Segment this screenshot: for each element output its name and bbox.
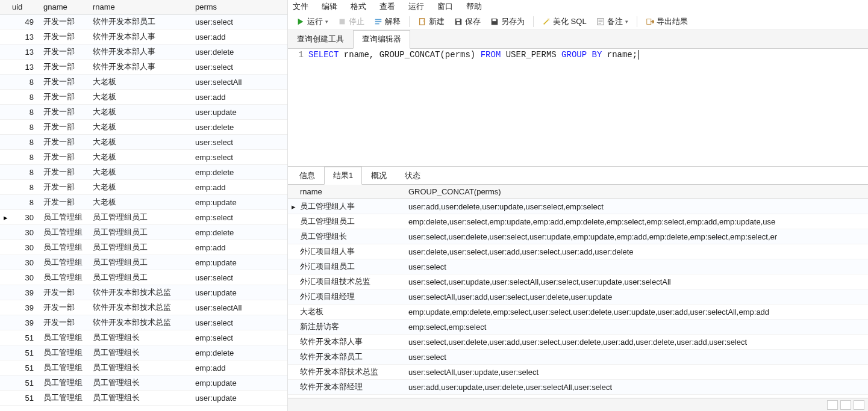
line-number: 1 [288, 50, 308, 60]
cell-rname: 外汇项目组员工 [296, 259, 405, 274]
table-row[interactable]: 30员工管理组员工管理组员工emp:add [0, 240, 287, 255]
tab-result1[interactable]: 结果1 [324, 167, 362, 185]
table-row[interactable]: 外汇项目组人事user:delete,user:select,user:add,… [288, 244, 868, 259]
table-row[interactable]: 8开发一部大老板user:selectAll [0, 75, 287, 90]
col-header-uid[interactable]: uid [8, 0, 40, 14]
row-indicator [288, 320, 296, 335]
run-button[interactable]: 运行 ▾ [293, 15, 332, 28]
table-row[interactable]: 51员工管理组员工管理组长emp:update [0, 375, 287, 391]
play-icon [296, 17, 305, 26]
table-row[interactable]: ▸30员工管理组员工管理组员工emp:select [0, 210, 287, 225]
table-row[interactable]: 8开发一部大老板user:select [0, 135, 287, 150]
tab-query-editor[interactable]: 查询编辑器 [353, 30, 410, 49]
tab-query-builder[interactable]: 查询创建工具 [288, 30, 353, 48]
cell-rname: 大老板 [89, 90, 192, 105]
table-row[interactable]: 大老板emp:update,emp:delete,emp:select,user… [288, 304, 868, 320]
cell-gname: 开发一部 [40, 90, 89, 105]
row-indicator-header [288, 185, 296, 199]
col-header-gname[interactable]: gname [40, 0, 89, 14]
cell-concat: user:select [405, 259, 868, 274]
saveas-button[interactable]: 另存为 [487, 15, 528, 28]
table-row[interactable]: 51员工管理组员工管理组长emp:add [0, 360, 287, 375]
tab-profile[interactable]: 概况 [362, 167, 396, 184]
save-button[interactable]: 保存 [451, 15, 484, 28]
cell-concat: user:delete,user:select,user:add,user:se… [405, 244, 868, 259]
form-view-icon[interactable] [840, 400, 851, 410]
menu-item[interactable]: 帮助 [466, 1, 482, 12]
table-row[interactable]: 8开发一部大老板emp:delete [0, 165, 287, 180]
svg-rect-7 [493, 19, 496, 21]
sql-editor[interactable]: 1 SELECT rname, GROUP_CONCAT(perms) FROM… [288, 49, 868, 167]
col-header-rname[interactable]: rname [89, 0, 192, 14]
table-row[interactable]: 8开发一部大老板emp:update [0, 195, 287, 210]
cell-perms: user:update [192, 105, 287, 120]
cell-gname: 开发一部 [40, 285, 89, 300]
sql-text: rname, GROUP_CONCAT(perms) [339, 50, 480, 60]
row-indicator [0, 90, 8, 105]
col-header-rname[interactable]: rname [296, 185, 405, 199]
table-row[interactable]: 13开发一部软件开发本部人事user:add [0, 29, 287, 45]
table-row[interactable]: 软件开发本部人事user:select,user:delete,user:add… [288, 335, 868, 350]
table-row[interactable]: 8开发一部大老板user:add [0, 90, 287, 105]
cell-uid: 8 [8, 120, 40, 135]
table-row[interactable]: 员工管理组长user:select,user:delete,user:selec… [288, 229, 868, 244]
table-row[interactable]: 外汇项目组技术总监user:select,user:update,user:se… [288, 274, 868, 289]
col-header-perms[interactable]: perms [192, 0, 287, 14]
table-row[interactable]: 49开发一部软件开发本部员工user:select [0, 14, 287, 29]
tab-status[interactable]: 状态 [396, 167, 429, 184]
table-row[interactable]: 员工管理组员工emp:delete,user:select,emp:update… [288, 214, 868, 229]
table-row[interactable]: 软件开发本部技术总监user:selectAll,user:update,use… [288, 365, 868, 380]
cell-gname: 员工管理组 [40, 375, 89, 391]
cell-uid: 49 [8, 14, 40, 29]
table-row[interactable]: 新注册访客emp:select,emp:select [288, 320, 868, 335]
beautify-label: 美化 SQL [553, 16, 587, 27]
memo-view-icon[interactable] [854, 400, 864, 410]
note-icon [596, 17, 605, 26]
cell-gname: 开发一部 [40, 150, 89, 165]
table-row[interactable]: 13开发一部软件开发本部人事user:select [0, 60, 287, 75]
new-button[interactable]: 新建 [414, 15, 448, 28]
table-row[interactable]: 51员工管理组员工管理组长emp:delete [0, 345, 287, 360]
cell-rname: 员工管理组长 [89, 360, 192, 375]
grid-view-icon[interactable] [827, 400, 838, 410]
table-row[interactable]: 30员工管理组员工管理组员工user:select [0, 270, 287, 285]
table-row[interactable]: 30员工管理组员工管理组员工emp:delete [0, 225, 287, 240]
table-row[interactable]: 39开发一部软件开发本部技术总监user:update [0, 285, 287, 300]
table-row[interactable]: 51员工管理组员工管理组长emp:select [0, 330, 287, 345]
table-row[interactable]: 30员工管理组员工管理组员工emp:update [0, 255, 287, 270]
menu-item[interactable]: 查看 [379, 1, 395, 12]
cell-gname: 员工管理组 [40, 225, 89, 240]
table-row[interactable]: 8开发一部大老板emp:select [0, 150, 287, 165]
table-row[interactable]: 39开发一部软件开发本部技术总监user:selectAll [0, 300, 287, 315]
table-row[interactable]: 8开发一部大老板emp:add [0, 180, 287, 195]
menu-item[interactable]: 编辑 [322, 1, 337, 12]
table-row[interactable]: 39开发一部软件开发本部技术总监user:select [0, 315, 287, 330]
toolbar-separator [533, 16, 534, 27]
cell-rname: 软件开发本部技术总监 [89, 315, 192, 330]
export-button[interactable]: 导出结果 [642, 15, 692, 28]
table-row[interactable]: 外汇项目组经理user:selectAll,user:add,user:sele… [288, 289, 868, 304]
menu-item[interactable]: 格式 [351, 1, 366, 12]
menu-item[interactable]: 文件 [293, 1, 308, 12]
menu-item[interactable]: 运行 [408, 1, 424, 12]
table-row[interactable]: 13开发一部软件开发本部人事user:delete [0, 45, 287, 60]
row-indicator [288, 380, 296, 395]
tab-info[interactable]: 信息 [290, 167, 324, 184]
dropdown-caret-icon: ▾ [625, 19, 628, 25]
table-row[interactable]: 8开发一部大老板user:delete [0, 120, 287, 135]
table-row[interactable]: 8开发一部大老板user:update [0, 105, 287, 120]
sql-keyword: SELECT [308, 50, 339, 60]
table-row[interactable]: 外汇项目组员工user:select [288, 259, 868, 274]
cell-rname: 软件开发本部经理 [296, 380, 405, 395]
cell-gname: 员工管理组 [40, 255, 89, 270]
note-button[interactable]: 备注 ▾ [593, 15, 632, 28]
menu-item[interactable]: 窗口 [437, 1, 453, 12]
beautify-button[interactable]: 美化 SQL [539, 15, 590, 28]
table-row[interactable]: 软件开发本部经理user:add,user:update,user:delete… [288, 380, 868, 395]
explain-button[interactable]: 解释 [370, 15, 404, 28]
row-indicator [288, 350, 296, 365]
table-row[interactable]: ▸员工管理组人事user:add,user:delete,user:update… [288, 199, 868, 214]
table-row[interactable]: 软件开发本部员工user:select [288, 350, 868, 365]
col-header-concat[interactable]: GROUP_CONCAT(perms) [405, 185, 868, 199]
table-row[interactable]: 51员工管理组员工管理组长user:update [0, 391, 287, 406]
